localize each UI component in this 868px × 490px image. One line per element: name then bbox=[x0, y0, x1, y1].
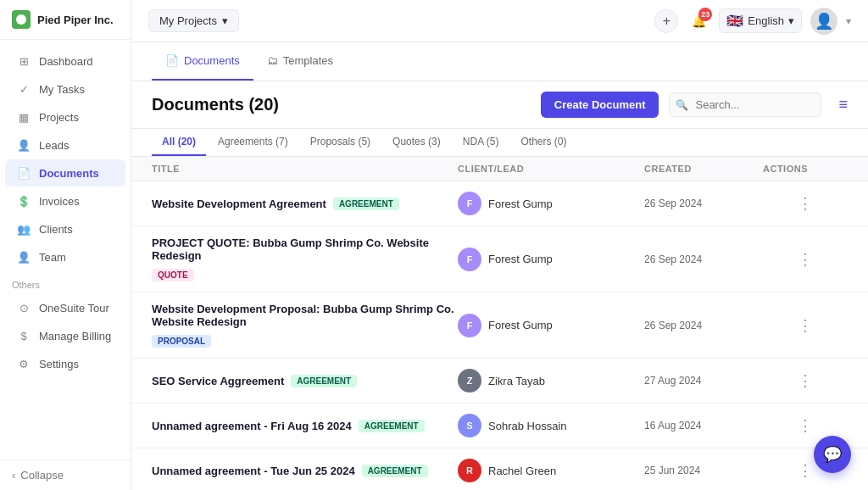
tab-templates[interactable]: 🗂 Templates bbox=[253, 42, 347, 81]
app-logo[interactable]: Pied Piper Inc. bbox=[0, 0, 131, 40]
search-input[interactable] bbox=[669, 92, 821, 117]
sidebar-item-leads[interactable]: 👤 Leads bbox=[5, 131, 125, 159]
sidebar-item-label: Clients bbox=[39, 223, 73, 236]
actions-cell: ⋮ bbox=[763, 315, 848, 337]
sidebar-item-label: Documents bbox=[39, 167, 99, 180]
header-right: + 🔔 23 🇬🇧 English ▾ 👤 ▾ bbox=[654, 8, 851, 35]
language-selector[interactable]: 🇬🇧 English ▾ bbox=[719, 8, 802, 33]
client-avatar: S bbox=[458, 414, 481, 437]
add-button[interactable]: + bbox=[654, 9, 678, 33]
col-title: TITLE bbox=[152, 164, 458, 174]
documents-actions-bar: Documents (20) Create Document 🔍 ≡ bbox=[131, 81, 868, 129]
templates-tab-icon: 🗂 bbox=[267, 54, 278, 67]
sidebar: Pied Piper Inc. ⊞ Dashboard ✓ My Tasks ▦… bbox=[0, 0, 131, 490]
document-badge: AGREEMENT bbox=[333, 198, 399, 210]
filter-tab-nda[interactable]: NDA (5) bbox=[453, 129, 509, 156]
document-title: Unnamed agreement - Tue Jun 25 2024 AGRE… bbox=[152, 465, 458, 477]
col-client: CLIENT/LEAD bbox=[458, 164, 644, 174]
create-document-button[interactable]: Create Document bbox=[541, 92, 659, 118]
tab-documents[interactable]: 📄 Documents bbox=[152, 42, 253, 81]
svg-point-0 bbox=[16, 14, 26, 25]
others-section-label: Others bbox=[0, 271, 131, 293]
collapse-label: Collapse bbox=[20, 469, 64, 482]
flag-icon: 🇬🇧 bbox=[726, 13, 743, 29]
projects-dropdown[interactable]: My Projects ▾ bbox=[148, 9, 239, 32]
sidebar-item-label: Invoices bbox=[39, 195, 80, 208]
filter-tab-others[interactable]: Others (0) bbox=[510, 129, 576, 156]
created-date: 26 Sep 2024 bbox=[644, 320, 763, 331]
sidebar-item-team[interactable]: 👤 Team bbox=[5, 243, 125, 270]
notification-button[interactable]: 🔔 23 bbox=[687, 9, 710, 33]
created-date: 26 Sep 2024 bbox=[644, 198, 763, 209]
sidebar-item-label: Settings bbox=[39, 358, 79, 370]
sidebar-item-onesuite-tour[interactable]: ⊙ OneSuite Tour bbox=[5, 294, 125, 321]
sidebar-item-clients[interactable]: 👥 Clients bbox=[5, 215, 125, 242]
client-avatar: F bbox=[458, 314, 481, 337]
client-cell: F Forest Gump bbox=[458, 314, 644, 337]
client-cell: R Rachel Green bbox=[458, 459, 644, 482]
chat-button[interactable]: 💬 bbox=[814, 436, 851, 473]
actions-cell: ⋮ bbox=[763, 248, 848, 270]
client-avatar: R bbox=[458, 459, 481, 482]
row-actions-button[interactable]: ⋮ bbox=[793, 315, 818, 337]
sidebar-item-label: My Tasks bbox=[39, 83, 85, 96]
table-header: TITLE CLIENT/LEAD CREATED ACTIONS bbox=[131, 157, 868, 181]
document-badge: AGREEMENT bbox=[362, 465, 428, 477]
doc-tabs: 📄 Documents 🗂 Templates bbox=[152, 42, 848, 81]
filter-bar: All (20)Agreements (7)Proposals (5)Quote… bbox=[131, 129, 868, 157]
sidebar-item-label: Manage Billing bbox=[39, 330, 111, 342]
billing-icon: $ bbox=[17, 329, 31, 342]
table-row[interactable]: Website Development Agreement AGREEMENT … bbox=[131, 181, 868, 226]
document-badge: AGREEMENT bbox=[291, 375, 357, 387]
actions-cell: ⋮ bbox=[763, 192, 848, 214]
filter-tab-agreements[interactable]: Agreements (7) bbox=[208, 129, 298, 156]
document-title: Website Development Proposal: Bubba Gump… bbox=[152, 303, 458, 348]
filter-tab-all[interactable]: All (20) bbox=[152, 129, 206, 156]
row-actions-button[interactable]: ⋮ bbox=[793, 192, 818, 214]
sidebar-item-my-tasks[interactable]: ✓ My Tasks bbox=[5, 75, 125, 103]
sidebar-item-projects[interactable]: ▦ Projects bbox=[5, 103, 125, 131]
chevron-down-icon: ▾ bbox=[788, 14, 794, 27]
sidebar-item-label: Projects bbox=[39, 111, 79, 124]
table-row[interactable]: Unnamed agreement - Tue Jun 25 2024 AGRE… bbox=[131, 448, 868, 490]
created-date: 16 Aug 2024 bbox=[644, 420, 763, 432]
filter-tab-quotes[interactable]: Quotes (3) bbox=[382, 129, 451, 156]
sidebar-item-label: Team bbox=[39, 251, 66, 264]
table-row[interactable]: SEO Service Aggreement AGREEMENT Z Zikra… bbox=[131, 359, 868, 404]
col-actions: ACTIONS bbox=[763, 164, 848, 174]
header-left: My Projects ▾ bbox=[148, 9, 239, 32]
chevron-down-icon: ▾ bbox=[222, 14, 228, 27]
sidebar-item-manage-billing[interactable]: $ Manage Billing bbox=[5, 322, 125, 349]
client-name: Forest Gump bbox=[488, 253, 553, 265]
client-cell: F Forest Gump bbox=[458, 192, 644, 215]
projects-icon: ▦ bbox=[17, 110, 31, 124]
client-cell: Z Zikra Tayab bbox=[458, 369, 644, 393]
sidebar-item-settings[interactable]: ⚙ Settings bbox=[5, 350, 125, 377]
user-avatar[interactable]: 👤 bbox=[810, 8, 837, 35]
doc-tab-icon: 📄 bbox=[165, 54, 179, 67]
created-date: 25 Jun 2024 bbox=[644, 465, 763, 476]
table-row[interactable]: Unnamed agreement - Fri Aug 16 2024 AGRE… bbox=[131, 404, 868, 448]
sidebar-item-label: OneSuite Tour bbox=[39, 302, 109, 315]
clients-icon: 👥 bbox=[17, 222, 31, 236]
sidebar-item-documents[interactable]: 📄 Documents bbox=[5, 159, 125, 187]
sidebar-item-label: Dashboard bbox=[39, 55, 93, 68]
search-icon: 🔍 bbox=[676, 99, 688, 111]
filter-tab-proposals[interactable]: Proposals (5) bbox=[300, 129, 381, 156]
row-actions-button[interactable]: ⋮ bbox=[793, 415, 818, 437]
collapse-arrow-icon: ‹ bbox=[12, 469, 15, 482]
list-view-button[interactable]: ≡ bbox=[838, 96, 848, 114]
table-row[interactable]: Website Development Proposal: Bubba Gump… bbox=[131, 292, 868, 359]
document-badge: QUOTE bbox=[152, 269, 194, 281]
row-actions-button[interactable]: ⋮ bbox=[793, 248, 818, 270]
sidebar-collapse-button[interactable]: ‹ Collapse bbox=[0, 459, 131, 490]
client-name: Rachel Green bbox=[488, 465, 556, 477]
row-actions-button[interactable]: ⋮ bbox=[793, 459, 818, 482]
actions-cell: ⋮ bbox=[763, 370, 848, 392]
sidebar-item-invoices[interactable]: 💲 Invoices bbox=[5, 187, 125, 214]
row-actions-button[interactable]: ⋮ bbox=[793, 370, 818, 392]
client-name: Forest Gump bbox=[488, 198, 553, 210]
sidebar-item-dashboard[interactable]: ⊞ Dashboard bbox=[5, 47, 125, 75]
table-row[interactable]: PROJECT QUOTE: Bubba Gump Shrimp Co. Web… bbox=[131, 226, 868, 292]
settings-icon: ⚙ bbox=[17, 357, 31, 370]
